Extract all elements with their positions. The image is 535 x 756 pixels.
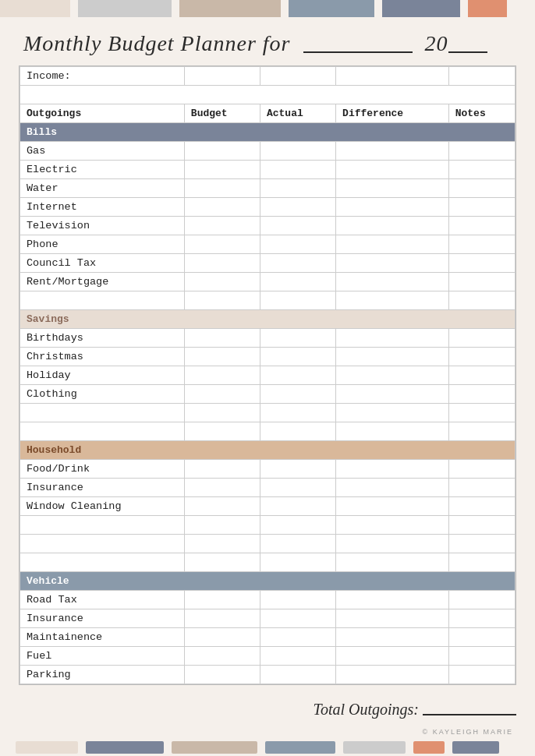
table-row: Road Tax: [20, 591, 516, 609]
bills-label: Bills: [20, 123, 516, 142]
top-bar-segment: [382, 0, 460, 17]
table-row: Clothing: [20, 385, 516, 404]
table-row: Phone: [20, 235, 516, 254]
col-difference: Difference: [336, 104, 449, 123]
income-actual: [260, 67, 335, 86]
table-row: Christmas: [20, 348, 516, 366]
table-row: Gas: [20, 142, 516, 161]
top-bar-segment: [179, 0, 281, 17]
top-bar-segment: [374, 0, 382, 17]
spacer-row: [20, 86, 516, 104]
column-headers-row: Outgoings Budget Actual Difference Notes: [20, 104, 516, 123]
top-bar-segment: [460, 0, 468, 17]
table-row: Insurance: [20, 479, 516, 497]
row-item: Internet: [20, 198, 185, 217]
row-item: Insurance: [20, 609, 185, 628]
budget-table: Income: Outgoings Budget Actual Differen…: [19, 66, 516, 684]
savings-label: Savings: [20, 310, 516, 329]
bottom-bar-segment: [413, 741, 445, 754]
year-prefix: 20: [425, 31, 448, 55]
table-row: Electric: [20, 161, 516, 179]
total-label: Total Outgoings:: [314, 701, 419, 718]
bottom-bar-segment: [164, 741, 172, 754]
table-row: Food/Drink: [20, 460, 516, 479]
row-item: Water: [20, 179, 185, 198]
row-item: Window Cleaning: [20, 497, 185, 516]
table-row: Rent/Mortgage: [20, 273, 516, 291]
row-item: Road Tax: [20, 591, 185, 609]
household-empty-row-2: [20, 535, 516, 553]
row-item: Food/Drink: [20, 460, 185, 479]
savings-empty-row-2: [20, 422, 516, 441]
table-row: Maintainence: [20, 628, 516, 647]
row-item: Electric: [20, 161, 185, 179]
bottom-bar-segment: [265, 741, 335, 754]
col-budget: Budget: [184, 104, 260, 123]
table-row: Holiday: [20, 366, 516, 385]
top-bar-segment: [0, 0, 70, 17]
row-item: Clothing: [20, 385, 185, 404]
table-row: Internet: [20, 198, 516, 217]
row-item: Birthdays: [20, 329, 185, 348]
bottom-bar-segment: [86, 741, 164, 754]
row-item: Christmas: [20, 348, 185, 366]
row-item: Insurance: [20, 479, 185, 497]
bottom-bar-segment: [335, 741, 343, 754]
bottom-color-bar: [0, 739, 535, 756]
page-title: Monthly Budget Planner for 20: [0, 17, 535, 65]
top-bar-segment: [172, 0, 179, 17]
row-item: Phone: [20, 235, 185, 254]
bottom-bar-segment: [445, 741, 452, 754]
bills-empty-row: [20, 291, 516, 310]
section-bills-header: Bills: [20, 123, 516, 142]
table-row: Parking: [20, 666, 516, 684]
household-label: Household: [20, 441, 516, 460]
income-row: Income:: [20, 67, 516, 86]
table-row: Water: [20, 179, 516, 198]
bottom-bar-segment: [78, 741, 86, 754]
copyright: © Kayleigh Marie: [0, 728, 535, 736]
row-item: Gas: [20, 142, 185, 161]
bottom-bar-segment: [257, 741, 265, 754]
row-item: Rent/Mortgage: [20, 273, 185, 291]
row-item: Fuel: [20, 647, 185, 666]
table-row: Window Cleaning: [20, 497, 516, 516]
title-text: Monthly Budget Planner for: [23, 31, 291, 55]
row-item: Parking: [20, 666, 185, 684]
income-label: Income:: [20, 67, 185, 86]
top-bar-segment: [281, 0, 289, 17]
bottom-bar-segment: [499, 741, 507, 754]
table-row: Birthdays: [20, 329, 516, 348]
income-budget: [184, 67, 260, 86]
savings-empty-row-1: [20, 404, 516, 422]
table-row: Television: [20, 217, 516, 235]
bottom-bar-segment: [16, 741, 78, 754]
col-outgoings: Outgoings: [20, 104, 185, 123]
bottom-bar-segment: [343, 741, 406, 754]
household-empty-row-3: [20, 553, 516, 572]
table-row: Fuel: [20, 647, 516, 666]
section-household-header: Household: [20, 441, 516, 460]
row-item: Maintainence: [20, 628, 185, 647]
vehicle-label: Vehicle: [20, 572, 516, 591]
top-bar-segment: [507, 0, 515, 17]
top-color-bar: [0, 0, 535, 17]
col-actual: Actual: [260, 104, 335, 123]
top-bar-segment: [468, 0, 507, 17]
income-notes: [448, 67, 515, 86]
table-row: Council Tax: [20, 254, 516, 273]
row-item: Holiday: [20, 366, 185, 385]
total-area: Total Outgoings:: [0, 694, 535, 728]
income-diff: [336, 67, 449, 86]
household-empty-row-1: [20, 516, 516, 535]
bottom-bar-segment: [0, 741, 16, 754]
top-bar-segment: [289, 0, 374, 17]
row-item: Television: [20, 217, 185, 235]
table-row: Insurance: [20, 609, 516, 628]
col-notes: Notes: [448, 104, 515, 123]
bottom-bar-segment: [406, 741, 413, 754]
top-bar-segment: [78, 0, 172, 17]
bottom-bar-segment: [452, 741, 499, 754]
top-bar-segment: [70, 0, 78, 17]
row-item: Council Tax: [20, 254, 185, 273]
